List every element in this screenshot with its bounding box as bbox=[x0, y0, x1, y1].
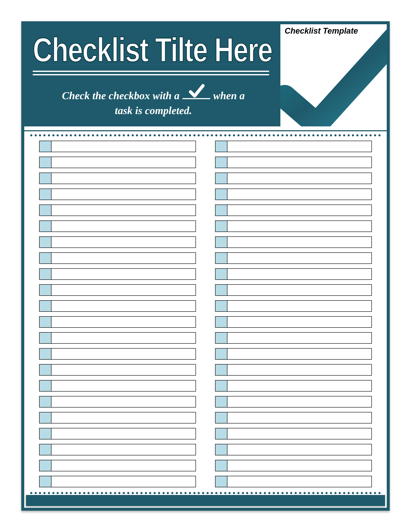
task-text-field[interactable] bbox=[227, 141, 372, 152]
task-text-field[interactable] bbox=[227, 157, 372, 168]
task-text-field[interactable] bbox=[51, 268, 196, 280]
task-text-field[interactable] bbox=[51, 364, 196, 376]
task-text-field[interactable] bbox=[227, 220, 372, 232]
checkbox[interactable] bbox=[39, 444, 51, 456]
task-text-field[interactable] bbox=[227, 237, 372, 248]
task-text-field[interactable] bbox=[227, 252, 372, 264]
checkbox[interactable] bbox=[215, 172, 227, 184]
checkbox[interactable] bbox=[39, 268, 51, 280]
decorative-dot bbox=[52, 134, 55, 136]
task-text-field[interactable] bbox=[227, 332, 372, 344]
checkbox[interactable] bbox=[39, 428, 51, 439]
task-text-field[interactable] bbox=[51, 237, 196, 248]
checkbox[interactable] bbox=[39, 476, 51, 487]
checkbox[interactable] bbox=[39, 332, 51, 344]
task-text-field[interactable] bbox=[51, 300, 196, 312]
decorative-dot bbox=[123, 134, 125, 136]
task-text-field[interactable] bbox=[51, 172, 196, 184]
task-text-field[interactable] bbox=[227, 460, 372, 471]
task-text-field[interactable] bbox=[227, 205, 372, 216]
task-text-field[interactable] bbox=[51, 476, 196, 487]
checkbox[interactable] bbox=[215, 189, 227, 200]
checkbox[interactable] bbox=[39, 412, 51, 423]
checklist-row bbox=[215, 205, 372, 216]
checkbox[interactable] bbox=[39, 172, 51, 184]
checkbox[interactable] bbox=[39, 348, 51, 360]
checkbox[interactable] bbox=[215, 396, 227, 408]
checkbox[interactable] bbox=[39, 189, 51, 200]
checkbox[interactable] bbox=[215, 252, 227, 264]
task-text-field[interactable] bbox=[51, 428, 196, 439]
checkbox[interactable] bbox=[39, 157, 51, 168]
checkbox[interactable] bbox=[215, 300, 227, 312]
task-text-field[interactable] bbox=[51, 396, 196, 408]
checkbox[interactable] bbox=[39, 205, 51, 216]
task-text-field[interactable] bbox=[51, 205, 196, 216]
task-text-field[interactable] bbox=[51, 444, 196, 456]
checkbox[interactable] bbox=[215, 316, 227, 328]
checklist-row bbox=[39, 237, 196, 248]
checklist-row bbox=[215, 172, 372, 184]
decorative-dot bbox=[374, 134, 376, 136]
checkbox[interactable] bbox=[39, 237, 51, 248]
task-text-field[interactable] bbox=[51, 189, 196, 200]
checkbox[interactable] bbox=[215, 237, 227, 248]
task-text-field[interactable] bbox=[227, 348, 372, 360]
task-text-field[interactable] bbox=[227, 268, 372, 280]
decorative-dot bbox=[281, 492, 284, 494]
task-text-field[interactable] bbox=[227, 476, 372, 487]
task-text-field[interactable] bbox=[51, 460, 196, 471]
checkbox[interactable] bbox=[215, 157, 227, 168]
checkbox[interactable] bbox=[215, 332, 227, 344]
task-text-field[interactable] bbox=[51, 332, 196, 344]
checkbox[interactable] bbox=[215, 476, 227, 487]
task-text-field[interactable] bbox=[51, 141, 196, 152]
decorative-dot bbox=[35, 492, 37, 494]
task-text-field[interactable] bbox=[227, 189, 372, 200]
task-text-field[interactable] bbox=[227, 172, 372, 184]
task-text-field[interactable] bbox=[51, 252, 196, 264]
checkmark-icon bbox=[188, 84, 205, 98]
task-text-field[interactable] bbox=[51, 348, 196, 360]
checkbox[interactable] bbox=[215, 444, 227, 456]
task-text-field[interactable] bbox=[227, 316, 372, 328]
checkbox[interactable] bbox=[215, 428, 227, 439]
task-text-field[interactable] bbox=[227, 444, 372, 456]
checkbox[interactable] bbox=[39, 316, 51, 328]
checkbox[interactable] bbox=[215, 348, 227, 360]
checkbox[interactable] bbox=[215, 412, 227, 423]
task-text-field[interactable] bbox=[227, 380, 372, 391]
decorative-dot bbox=[273, 134, 275, 136]
task-text-field[interactable] bbox=[51, 220, 196, 232]
checkbox[interactable] bbox=[215, 284, 227, 296]
task-text-field[interactable] bbox=[51, 284, 196, 296]
task-text-field[interactable] bbox=[227, 396, 372, 408]
checkbox[interactable] bbox=[39, 300, 51, 312]
checkbox[interactable] bbox=[215, 364, 227, 376]
checkbox[interactable] bbox=[215, 220, 227, 232]
task-text-field[interactable] bbox=[227, 428, 372, 439]
checkbox[interactable] bbox=[215, 380, 227, 391]
checkbox[interactable] bbox=[39, 141, 51, 152]
task-text-field[interactable] bbox=[227, 412, 372, 423]
checkbox[interactable] bbox=[39, 364, 51, 376]
task-text-field[interactable] bbox=[227, 284, 372, 296]
checkbox[interactable] bbox=[39, 380, 51, 391]
task-text-field[interactable] bbox=[51, 316, 196, 328]
checkbox[interactable] bbox=[39, 396, 51, 408]
checkbox[interactable] bbox=[215, 141, 227, 152]
checkbox[interactable] bbox=[215, 268, 227, 280]
checkbox[interactable] bbox=[215, 460, 227, 471]
decorative-dot bbox=[30, 492, 32, 494]
task-text-field[interactable] bbox=[227, 300, 372, 312]
checkbox[interactable] bbox=[215, 205, 227, 216]
task-text-field[interactable] bbox=[227, 364, 372, 376]
checkbox[interactable] bbox=[39, 220, 51, 232]
task-text-field[interactable] bbox=[51, 380, 196, 391]
checkbox[interactable] bbox=[39, 460, 51, 471]
checkbox[interactable] bbox=[39, 284, 51, 296]
task-text-field[interactable] bbox=[51, 412, 196, 423]
checkbox[interactable] bbox=[39, 252, 51, 264]
task-text-field[interactable] bbox=[51, 157, 196, 168]
checklist-title[interactable]: Checklist Tilte Here bbox=[33, 33, 274, 67]
